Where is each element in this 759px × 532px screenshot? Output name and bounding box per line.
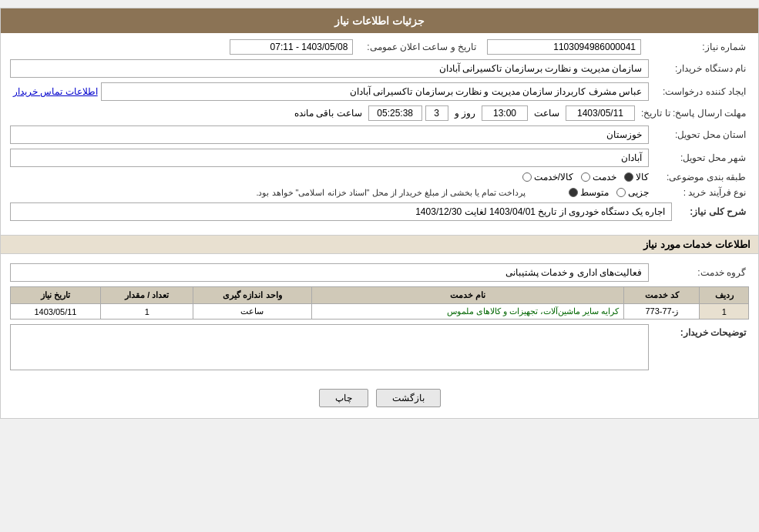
time-label: ساعت xyxy=(531,108,563,119)
col-quantity: تعداد / مقدار xyxy=(100,287,193,304)
service-group-row: گروه خدمت: فعالیت‌های اداری و خدمات پشتی… xyxy=(10,263,749,282)
buyer-org-value: سازمان مدیریت و نظارت برسازمان تاکسیرانی… xyxy=(10,59,649,78)
creator-label: ایجاد کننده درخواست: xyxy=(649,86,749,97)
deadline-time: 13:00 xyxy=(482,105,528,121)
creator-value: عباس مشرف کاربرداز سازمان مدیریت و نظارت… xyxy=(101,82,649,101)
contact-link[interactable]: اطلاعات تماس خریدار xyxy=(10,86,101,97)
need-desc-row: شرح کلی نیاز: اجاره یک دستگاه خودروی از … xyxy=(10,202,749,221)
main-content: شماره نیاز: 1103094986000041 تاریخ و ساع… xyxy=(1,33,758,232)
page-title: جزئیات اطلاعات نیاز xyxy=(334,15,425,27)
purchase-type-medium-radio[interactable] xyxy=(569,188,578,197)
buyer-notes-row: توضیحات خریدار: xyxy=(10,324,749,370)
province-value: خوزستان xyxy=(10,125,649,144)
purchase-type-medium: متوسط xyxy=(569,187,609,198)
table-row: 1 ز-77-773 کرایه سایر ماشین‌آلات، تجهیزا… xyxy=(11,304,749,320)
print-button[interactable]: چاپ xyxy=(319,389,368,407)
subject-label: طبقه بندی موضوعی: xyxy=(649,172,749,182)
subject-service-label: خدمت xyxy=(593,172,616,182)
need-number-row: شماره نیاز: 1103094986000041 تاریخ و ساع… xyxy=(10,39,749,55)
cell-row-num: 1 xyxy=(700,304,749,320)
need-desc-value: اجاره یک دستگاه خودروی از تاریخ 1403/04/… xyxy=(10,202,672,221)
need-number-value: 1103094986000041 xyxy=(487,39,641,55)
col-unit: واحد اندازه گیری xyxy=(193,287,311,304)
purchase-type-minor-radio[interactable] xyxy=(616,188,626,197)
subject-option-service: خدمت xyxy=(581,172,616,182)
days-label: روز و xyxy=(452,108,479,119)
purchase-type-row: نوع فرآیند خرید : متوسط جزیی پرداخت تمام… xyxy=(10,187,749,198)
date-label: تاریخ و ساعت اعلان عمومی: xyxy=(361,42,479,52)
deadline-days: 3 xyxy=(425,105,448,121)
col-code: کد خدمت xyxy=(624,287,700,304)
back-button[interactable]: بازگشت xyxy=(376,389,441,407)
province-row: استان محل تحویل: خوزستان xyxy=(10,125,749,144)
deadline-row: مهلت ارسال پاسخ: تا تاریخ: 1403/05/11 سا… xyxy=(10,105,749,121)
col-name: نام خدمت xyxy=(311,287,624,304)
buyer-org-row: نام دستگاه خریدار: سازمان مدیریت و نظارت… xyxy=(10,59,749,78)
subject-goods-service-radio[interactable] xyxy=(522,172,532,182)
page-header: جزئیات اطلاعات نیاز xyxy=(1,8,758,33)
deadline-date-time: 1403/05/11 ساعت 13:00 روز و 3 05:25:38 س… xyxy=(10,105,635,121)
remaining-label: ساعت باقی مانده xyxy=(291,108,365,119)
col-row-num: ردیف xyxy=(700,287,749,304)
cell-name: کرایه سایر ماشین‌آلات، تجهیزات و کالاهای… xyxy=(311,304,624,320)
need-number-label: شماره نیاز: xyxy=(649,42,749,52)
service-group-label: گروه خدمت: xyxy=(649,267,749,278)
table-header-row: ردیف کد خدمت نام خدمت واحد اندازه گیری ت… xyxy=(11,287,749,304)
purchase-type-options: متوسط جزیی xyxy=(526,187,649,198)
purchase-type-minor: جزیی xyxy=(616,187,649,198)
col-date: تاریخ نیاز xyxy=(11,287,101,304)
services-section-title: اطلاعات خدمات مورد نیاز xyxy=(1,235,758,254)
subject-options: کالا/خدمت خدمت کالا xyxy=(10,172,649,182)
service-group-value: فعالیت‌های اداری و خدمات پشتیبانی xyxy=(10,263,649,282)
city-value: آبادان xyxy=(10,149,649,167)
cell-quantity: 1 xyxy=(100,304,193,320)
city-label: شهر محل تحویل: xyxy=(649,152,749,163)
purchase-type-minor-label: جزیی xyxy=(628,187,649,198)
subject-option-goods-service: کالا/خدمت xyxy=(522,172,573,182)
subject-option-goods: کالا xyxy=(624,172,649,182)
service-table: ردیف کد خدمت نام خدمت واحد اندازه گیری ت… xyxy=(10,286,749,320)
subject-goods-radio[interactable] xyxy=(624,172,633,182)
purchase-type-label: نوع فرآیند خرید : xyxy=(649,187,749,198)
buyer-notes-textarea[interactable] xyxy=(10,324,649,370)
cell-date: 1403/05/11 xyxy=(11,304,101,320)
cell-code: ز-77-773 xyxy=(624,304,700,320)
purchase-type-medium-label: متوسط xyxy=(580,187,609,198)
buyer-org-label: نام دستگاه خریدار: xyxy=(649,63,749,74)
subject-service-radio[interactable] xyxy=(581,172,590,182)
province-label: استان محل تحویل: xyxy=(649,129,749,140)
need-desc-label: شرح کلی نیاز: xyxy=(672,206,749,217)
subject-goods-service-label: کالا/خدمت xyxy=(534,172,573,182)
bottom-buttons: بازگشت چاپ xyxy=(1,381,758,418)
cell-unit: ساعت xyxy=(193,304,311,320)
buyer-notes-label: توضیحات خریدار: xyxy=(649,324,749,338)
city-row: شهر محل تحویل: آبادان xyxy=(10,149,749,167)
purchase-type-note: پرداخت تمام یا بخشی از مبلغ خریدار از مح… xyxy=(10,188,526,198)
deadline-remaining: 05:25:38 xyxy=(368,105,422,121)
subject-row: طبقه بندی موضوعی: کالا/خدمت خدمت کالا xyxy=(10,172,749,182)
deadline-date: 1403/05/11 xyxy=(566,105,635,121)
services-section: گروه خدمت: فعالیت‌های اداری و خدمات پشتی… xyxy=(1,257,758,381)
page-container: جزئیات اطلاعات نیاز شماره نیاز: 11030949… xyxy=(0,8,759,419)
creator-row: ایجاد کننده درخواست: عباس مشرف کاربرداز … xyxy=(10,82,749,101)
deadline-label: مهلت ارسال پاسخ: تا تاریخ: xyxy=(635,108,749,119)
subject-goods-label: کالا xyxy=(636,172,649,182)
date-value: 1403/05/08 - 07:11 xyxy=(230,39,353,55)
